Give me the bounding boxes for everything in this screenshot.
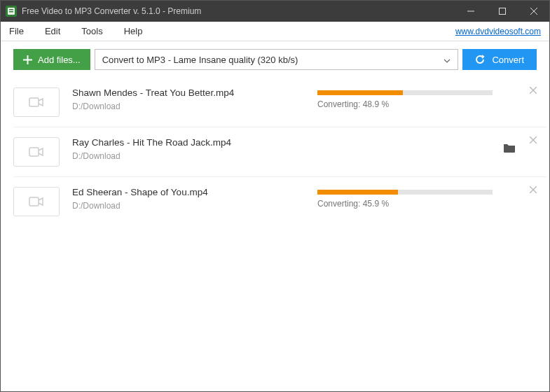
convert-label: Convert	[492, 55, 524, 65]
close-icon	[530, 186, 537, 193]
close-button[interactable]	[518, 1, 549, 22]
file-list: Shawn Mendes - Treat You Better.mp4 D:/D…	[1, 78, 549, 226]
remove-item-button[interactable]	[530, 134, 537, 146]
add-files-label: Add files...	[38, 55, 81, 65]
window-title: Free Video to MP3 Converter v. 5.1.0 - P…	[22, 6, 201, 16]
folder-icon	[503, 143, 516, 153]
menu-bar: File Edit Tools Help www.dvdvideosoft.co…	[1, 22, 549, 41]
chevron-down-icon	[444, 55, 451, 65]
file-name: Ray Charles - Hit The Road Jack.mp4	[72, 137, 317, 148]
file-path: D:/Download	[72, 151, 317, 161]
svg-rect-4	[499, 8, 505, 15]
app-icon	[6, 6, 17, 17]
video-icon	[29, 96, 44, 108]
menu-edit[interactable]: Edit	[45, 26, 60, 36]
menu-help[interactable]: Help	[124, 26, 143, 36]
file-path: D:/Download	[72, 102, 317, 111]
svg-rect-1	[9, 9, 13, 10]
minimize-button[interactable]	[455, 1, 486, 22]
progress-bar	[317, 190, 493, 195]
status-text: Converting: 45.9 %	[317, 199, 504, 209]
preset-label: Convert to MP3 - Lame Insane quality (32…	[102, 55, 298, 65]
list-item: Ed Sheeran - Shape of You.mp4 D:/Downloa…	[13, 177, 546, 226]
svg-rect-15	[29, 197, 39, 206]
file-path: D:/Download	[72, 201, 317, 211]
menu-file[interactable]: File	[9, 26, 24, 36]
close-icon	[530, 87, 537, 94]
svg-rect-9	[29, 98, 39, 106]
progress-fill	[317, 90, 403, 95]
maximize-button[interactable]	[486, 1, 518, 22]
title-bar: Free Video to MP3 Converter v. 5.1.0 - P…	[1, 1, 549, 22]
remove-item-button[interactable]	[530, 85, 537, 96]
toolbar: Add files... Convert to MP3 - Lame Insan…	[1, 41, 549, 78]
svg-rect-2	[9, 11, 13, 13]
progress-fill	[317, 190, 398, 195]
refresh-icon	[475, 55, 485, 64]
list-item: Shawn Mendes - Treat You Better.mp4 D:/D…	[13, 78, 546, 127]
file-name: Shawn Mendes - Treat You Better.mp4	[72, 88, 317, 98]
video-icon	[29, 195, 44, 208]
svg-rect-12	[29, 148, 39, 156]
convert-button[interactable]: Convert	[462, 49, 537, 70]
add-files-button[interactable]: Add files...	[13, 49, 90, 70]
file-name: Ed Sheeran - Shape of You.mp4	[72, 187, 317, 197]
video-thumbnail	[13, 88, 60, 117]
video-icon	[29, 146, 44, 158]
video-thumbnail	[13, 137, 60, 167]
list-item: Ray Charles - Hit The Road Jack.mp4 D:/D…	[13, 127, 546, 177]
menu-tools[interactable]: Tools	[81, 26, 102, 36]
status-text: Converting: 48.9 %	[317, 99, 504, 109]
vendor-link[interactable]: www.dvdvideosoft.com	[455, 27, 541, 36]
remove-item-button[interactable]	[530, 184, 537, 195]
plus-icon	[23, 55, 32, 64]
video-thumbnail	[13, 187, 60, 216]
preset-dropdown[interactable]: Convert to MP3 - Lame Insane quality (32…	[95, 49, 459, 70]
progress-bar	[317, 90, 493, 95]
open-folder-button[interactable]	[503, 143, 516, 155]
close-icon	[530, 136, 537, 144]
